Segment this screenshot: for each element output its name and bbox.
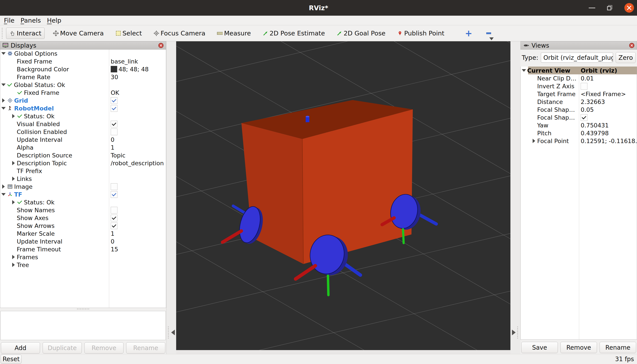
reset-button[interactable]: Reset — [1, 355, 22, 364]
property-value[interactable] — [109, 50, 166, 58]
expand-arrow-icon[interactable] — [12, 263, 15, 267]
menu-item[interactable]: Panels — [21, 17, 41, 24]
toolbar-tool-button[interactable]: Move Camera — [49, 28, 107, 39]
panel-button[interactable]: Remove — [84, 342, 124, 354]
toolbar-tool-button[interactable]: Select — [112, 28, 145, 39]
display-property-row[interactable]: TF Prefix — [0, 167, 166, 175]
display-property-row[interactable]: Show Names — [0, 206, 166, 214]
property-value[interactable]: 1 — [109, 230, 166, 238]
property-value[interactable] — [579, 114, 637, 121]
expand-arrow-icon[interactable] — [12, 176, 15, 181]
display-property-row[interactable]: Description Source Topic — [0, 151, 166, 159]
views-close-icon[interactable] — [629, 42, 634, 48]
property-value[interactable]: <Fixed Frame> — [579, 90, 637, 98]
checkbox-checked[interactable] — [111, 222, 118, 229]
checkbox-empty[interactable] — [111, 128, 118, 135]
property-value[interactable]: base_link — [109, 58, 166, 65]
property-value[interactable] — [579, 82, 637, 90]
close-icon[interactable] — [624, 3, 634, 12]
collapse-arrow-icon[interactable] — [1, 52, 6, 55]
property-value[interactable] — [109, 183, 166, 190]
expand-arrow-icon[interactable] — [2, 184, 5, 189]
minimize-icon[interactable] — [589, 8, 595, 8]
property-value[interactable]: 48; 48; 48 — [109, 65, 166, 73]
display-property-row[interactable]: Frame Rate 30 — [0, 73, 166, 81]
view-property-row[interactable]: Pitch 0.439798 — [521, 129, 637, 137]
view-type-select[interactable]: Orbit (rviz_default_plug — [541, 52, 613, 62]
right-panel-splitter[interactable] — [510, 41, 520, 354]
checkbox-checked[interactable] — [111, 191, 118, 198]
property-value[interactable] — [109, 128, 166, 136]
panel-button[interactable]: Duplicate — [43, 342, 82, 354]
collapse-arrow-icon[interactable] — [522, 69, 526, 72]
checkbox-checked[interactable] — [111, 97, 118, 104]
display-property-row[interactable]: Status: Ok — [0, 198, 166, 206]
color-swatch[interactable] — [111, 66, 117, 72]
left-panel-splitter[interactable] — [166, 41, 176, 354]
property-value[interactable] — [109, 261, 166, 269]
view-property-row[interactable]: Invert Z Axis — [521, 82, 637, 90]
views-panel-header[interactable]: Views — [520, 41, 637, 50]
property-value[interactable] — [109, 112, 166, 120]
checkbox-checked[interactable] — [111, 105, 118, 112]
display-property-row[interactable]: Links — [0, 175, 166, 183]
display-property-row[interactable]: Tree — [0, 261, 166, 269]
view-property-row[interactable]: Current View Orbit (rviz) — [521, 66, 637, 74]
toolbar-tool-button[interactable]: 2D Pose Estimate — [259, 28, 328, 39]
display-property-row[interactable]: RobotModel — [0, 104, 166, 112]
display-property-row[interactable]: Show Axes — [0, 214, 166, 222]
expand-arrow-icon[interactable] — [12, 200, 15, 204]
property-value[interactable] — [109, 96, 166, 104]
expand-arrow-icon[interactable] — [532, 139, 535, 143]
collapse-arrow-icon[interactable] — [1, 84, 6, 86]
property-value[interactable] — [109, 214, 166, 222]
toolbar-tool-button[interactable]: Measure — [213, 28, 254, 39]
remove-tool-icon[interactable] — [486, 32, 491, 34]
property-value[interactable]: 2.32663 — [579, 98, 637, 106]
panel-splitter-handle[interactable] — [0, 308, 166, 311]
expand-arrow-icon[interactable] — [2, 98, 5, 103]
property-value[interactable] — [109, 222, 166, 230]
toolbar-tool-button[interactable]: Interact — [6, 28, 44, 39]
display-property-row[interactable]: Update Interval 0 — [0, 238, 166, 245]
property-value[interactable]: /robot_description — [109, 159, 166, 167]
display-property-row[interactable]: Background Color 48; 48; 48 — [0, 65, 166, 73]
checkbox-empty[interactable] — [111, 183, 118, 190]
panel-button[interactable]: Save — [521, 342, 558, 353]
property-value[interactable] — [109, 120, 166, 128]
expand-arrow-icon[interactable] — [12, 161, 15, 165]
maximize-restore-icon[interactable] — [606, 4, 613, 11]
property-value[interactable]: OK — [109, 89, 166, 96]
display-property-row[interactable]: Description Topic /robot_description — [0, 159, 166, 167]
collapse-arrow-icon[interactable] — [1, 193, 6, 196]
checkbox-empty[interactable] — [111, 207, 118, 214]
expand-arrow-icon[interactable] — [12, 114, 15, 118]
property-value[interactable]: 0.01 — [579, 74, 637, 82]
display-property-row[interactable]: Fixed Frame base_link — [0, 58, 166, 65]
property-value[interactable]: 30 — [109, 73, 166, 81]
property-value[interactable] — [109, 81, 166, 89]
menu-item[interactable]: Help — [47, 17, 61, 24]
checkbox-empty[interactable] — [581, 83, 588, 90]
panel-button[interactable]: Add — [1, 342, 40, 354]
displays-panel-header[interactable]: Displays — [0, 41, 166, 50]
panel-button[interactable]: Rename — [126, 342, 165, 354]
display-property-row[interactable]: Visual Enabled — [0, 120, 166, 128]
zero-button[interactable]: Zero — [616, 52, 636, 63]
property-value[interactable] — [109, 253, 166, 261]
collapse-right-panel-icon[interactable] — [512, 330, 516, 335]
display-property-row[interactable]: Frame Timeout 15 — [0, 245, 166, 253]
property-value[interactable]: 0 — [109, 238, 166, 245]
display-property-row[interactable]: Global Options — [0, 50, 166, 58]
property-value[interactable]: 0.12591; -0.11618… — [579, 137, 637, 145]
display-property-row[interactable]: Collision Enabled — [0, 128, 166, 136]
view-property-row[interactable]: Focal Point 0.12591; -0.11618… — [521, 137, 637, 145]
property-value[interactable]: 0.05 — [579, 106, 637, 114]
titlebar[interactable]: RViz* — [0, 0, 637, 16]
property-value[interactable]: 0.439798 — [579, 129, 637, 137]
toolbar-drag-handle[interactable] — [2, 28, 4, 39]
property-value[interactable] — [109, 167, 166, 175]
checkbox-checked[interactable] — [111, 214, 118, 221]
property-value[interactable]: 0.750431 — [579, 121, 637, 129]
render-viewport-3d[interactable] — [176, 41, 510, 350]
